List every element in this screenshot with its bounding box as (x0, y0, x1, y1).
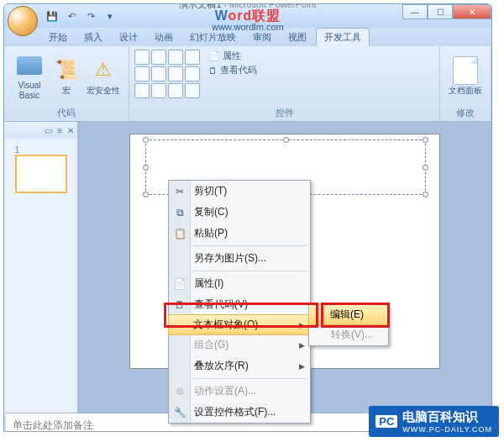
ctx-order[interactable]: 叠放次序(R)▶ (169, 355, 310, 376)
macro-icon: 📜 (54, 58, 79, 83)
sub-edit[interactable]: 编辑(E) (308, 304, 389, 325)
ctx-save-as-picture[interactable]: 另存为图片(S)... (169, 248, 310, 269)
group-label-modify: 修改 (445, 105, 486, 119)
redo-icon[interactable]: ↷ (83, 8, 98, 24)
tab-developer[interactable]: 开发工具 (316, 28, 370, 46)
slides-tab-icon[interactable]: ≡ (57, 126, 62, 135)
thumb-number: 1 (15, 145, 67, 155)
ctx-paste[interactable]: 📋粘贴(P) (169, 223, 310, 244)
quick-access-toolbar: 💾 ↶ ↷ ▾ (45, 8, 118, 24)
visual-basic-button[interactable]: Visual Basic (9, 50, 50, 103)
tab-animation[interactable]: 动画 (147, 29, 181, 46)
ctx-action-settings: ⚙动作设置(A)... (169, 381, 310, 402)
code-icon: 🗒 (208, 66, 218, 76)
titlebar: 💾 ↶ ↷ ▾ 演示文稿1 - Microsoft PowerPoint Wor… (4, 4, 491, 28)
save-icon[interactable]: 💾 (45, 8, 60, 24)
outline-tab-icon[interactable]: ▭ (45, 126, 52, 135)
ctx-format-control[interactable]: 🔧设置控件格式(F)... (169, 402, 310, 423)
context-menu: ✂剪切(T) ⧉复制(C) 📋粘贴(P) 另存为图片(S)... 📄属性(I) … (168, 180, 311, 424)
tab-insert[interactable]: 插入 (76, 29, 110, 46)
tab-design[interactable]: 设计 (112, 29, 145, 46)
document-icon (453, 56, 478, 85)
app-window: 💾 ↶ ↷ ▾ 演示文稿1 - Microsoft PowerPoint Wor… (3, 3, 492, 432)
ribbon-group-modify: 文档面板 修改 (440, 46, 491, 121)
props-icon: 📄 (173, 278, 186, 290)
cut-icon: ✂ (173, 186, 186, 197)
qat-dropdown-icon[interactable]: ▾ (102, 8, 118, 24)
controls-gallery[interactable] (134, 50, 200, 98)
office-button[interactable] (8, 6, 38, 36)
title-center: 演示文稿1 - Microsoft PowerPoint Word联盟 www.… (179, 3, 316, 32)
action-icon: ⚙ (173, 386, 186, 397)
copy-icon: ⧉ (173, 207, 186, 218)
watermark-url: www.wordlm.com (212, 23, 284, 32)
view-code-button[interactable]: 🗒查看代码 (208, 64, 257, 76)
slide-thumbnail-1[interactable]: 1 (15, 145, 67, 193)
close-panel-icon[interactable]: ✕ (67, 126, 74, 135)
close-button[interactable]: ✕ (453, 4, 491, 19)
watermark-logo: Word联盟 (215, 9, 281, 23)
macro-security-button[interactable]: ⚠ 宏安全性 (83, 50, 123, 103)
properties-icon: 📄 (208, 50, 220, 61)
properties-button[interactable]: 📄属性 (208, 50, 257, 62)
context-submenu: 编辑(E) 转换(V)... (308, 304, 389, 346)
submenu-arrow-icon: ▶ (299, 321, 305, 329)
slide-panel: ▭ ≡ ✕ 1 (4, 122, 78, 413)
ctx-textbox-object[interactable]: 文本框对象(O)▶ (168, 314, 311, 335)
group-label-code: 代码 (9, 105, 123, 119)
vb-icon (17, 56, 42, 75)
ctx-view-code[interactable]: 🗒查看代码(V) (169, 294, 310, 315)
ctx-group: 组合(G)▶ (169, 334, 310, 355)
ctx-copy[interactable]: ⧉复制(C) (169, 202, 310, 223)
macro-button[interactable]: 📜 宏 (53, 50, 80, 103)
warning-icon: ⚠ (91, 58, 116, 83)
ribbon-group-controls: 📄属性 🗒查看代码 控件 (129, 46, 440, 121)
viewcode-icon: 🗒 (173, 299, 186, 311)
window-controls: — ☐ ✕ (402, 4, 491, 19)
undo-icon[interactable]: ↶ (64, 8, 79, 24)
maximize-button[interactable]: ☐ (428, 4, 453, 19)
tab-home[interactable]: 开始 (41, 29, 75, 46)
format-icon: 🔧 (173, 407, 186, 418)
paste-icon: 📋 (173, 228, 186, 239)
sub-convert: 转换(V)... (309, 324, 388, 345)
ribbon: Visual Basic 📜 宏 ⚠ 宏安全性 代码 (4, 46, 491, 122)
doc-panel-button[interactable]: 文档面板 (445, 50, 486, 103)
ctx-properties[interactable]: 📄属性(I) (169, 273, 310, 294)
ctx-cut[interactable]: ✂剪切(T) (169, 181, 310, 202)
ribbon-group-code: Visual Basic 📜 宏 ⚠ 宏安全性 代码 (4, 46, 129, 121)
minimize-button[interactable]: — (402, 4, 428, 19)
footer-watermark: PC 电脑百科知识 WWW.PC-DAILY.COM (369, 406, 499, 437)
group-label-controls: 控件 (134, 105, 434, 119)
